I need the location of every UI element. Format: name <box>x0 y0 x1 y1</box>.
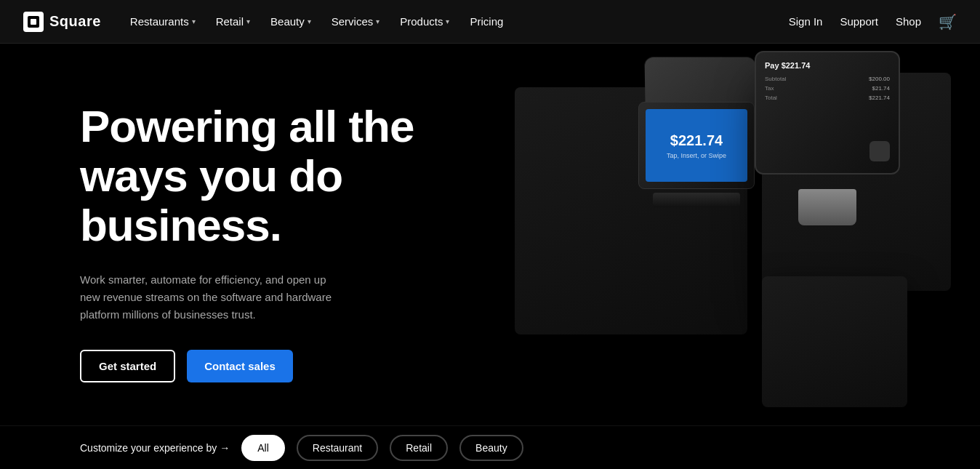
terminal-instruction: Tap, Insert, or Swipe <box>667 152 726 159</box>
register-total-value: $221.74 <box>869 95 890 101</box>
hero-title: Powering all the ways you do business. <box>80 102 443 251</box>
register-stand <box>798 189 856 225</box>
logo-icon <box>23 12 44 32</box>
register-subtotal-label: Subtotal <box>765 76 786 82</box>
chevron-down-icon: ▾ <box>192 17 196 25</box>
contact-sales-button[interactable]: Contact sales <box>187 350 293 382</box>
terminal-base <box>653 193 740 207</box>
device-terminal: $221.74 Tap, Insert, or Swipe <box>631 58 762 247</box>
platform-small: ✓ <box>762 276 907 407</box>
platform-right: Pay $221.74 Subtotal $200.00 Tax $21.74 … <box>762 73 951 291</box>
nav-item-products[interactable]: Products ▾ <box>391 9 458 33</box>
shop-link[interactable]: Shop <box>896 15 921 28</box>
filter-restaurant[interactable]: Restaurant <box>297 435 378 461</box>
logo[interactable]: Square <box>23 12 101 32</box>
navbar: Square Restaurants ▾ Retail ▾ Beauty ▾ S… <box>0 0 980 44</box>
nav-item-beauty[interactable]: Beauty ▾ <box>262 9 320 33</box>
device-register: Pay $221.74 Subtotal $200.00 Tax $21.74 … <box>755 51 915 225</box>
nav-item-pricing[interactable]: Pricing <box>461 9 512 33</box>
register-line-1: Subtotal $200.00 <box>765 76 890 82</box>
terminal-amount: $221.74 <box>670 132 723 149</box>
terminal-screen-inner: $221.74 Tap, Insert, or Swipe <box>646 109 747 182</box>
hero-buttons: Get started Contact sales <box>80 350 443 382</box>
platform-main: $221.74 Tap, Insert, or Swipe <box>515 87 747 334</box>
chevron-down-icon: ▾ <box>246 17 250 25</box>
register-header: Pay $221.74 <box>765 61 890 70</box>
nav-item-restaurants[interactable]: Restaurants ▾ <box>121 9 204 33</box>
filter-retail[interactable]: Retail <box>390 435 448 461</box>
filter-beauty[interactable]: Beauty <box>459 435 523 461</box>
chevron-down-icon: ▾ <box>446 17 449 25</box>
get-started-button[interactable]: Get started <box>80 350 175 382</box>
svg-rect-1 <box>31 19 36 25</box>
nav-item-retail[interactable]: Retail ▾ <box>207 9 259 33</box>
register-tax-label: Tax <box>765 85 774 92</box>
signin-link[interactable]: Sign In <box>789 15 823 28</box>
filter-all[interactable]: All <box>241 435 285 461</box>
terminal-screen: $221.74 Tap, Insert, or Swipe <box>638 102 755 189</box>
nav-links: Restaurants ▾ Retail ▾ Beauty ▾ Services… <box>121 9 789 33</box>
chevron-down-icon: ▾ <box>308 17 311 25</box>
customize-label: Customize your experience by → <box>80 442 230 454</box>
chevron-down-icon: ▾ <box>376 17 379 25</box>
cart-icon[interactable]: 🛒 <box>939 13 957 31</box>
register-tax-value: $21.74 <box>872 85 890 92</box>
hero-section: Powering all the ways you do business. W… <box>0 44 980 469</box>
hero-devices: $221.74 Tap, Insert, or Swipe Pay $221.7… <box>413 44 980 451</box>
register-screen: Pay $221.74 Subtotal $200.00 Tax $21.74 … <box>755 51 900 175</box>
support-link[interactable]: Support <box>840 15 878 28</box>
hero-content: Powering all the ways you do business. W… <box>80 102 443 382</box>
register-button <box>869 141 890 161</box>
register-total-label: Total <box>765 95 777 101</box>
register-line-2: Tax $21.74 <box>765 85 890 92</box>
register-subtotal-value: $200.00 <box>869 76 890 82</box>
logo-text: Square <box>49 13 101 30</box>
bottom-bar: Customize your experience by → All Resta… <box>0 425 980 469</box>
register-line-3: Total $221.74 <box>765 95 890 101</box>
nav-item-services[interactable]: Services ▾ <box>323 9 389 33</box>
nav-right: Sign In Support Shop 🛒 <box>789 13 957 31</box>
hero-subtitle: Work smarter, automate for efficiency, a… <box>80 271 342 324</box>
